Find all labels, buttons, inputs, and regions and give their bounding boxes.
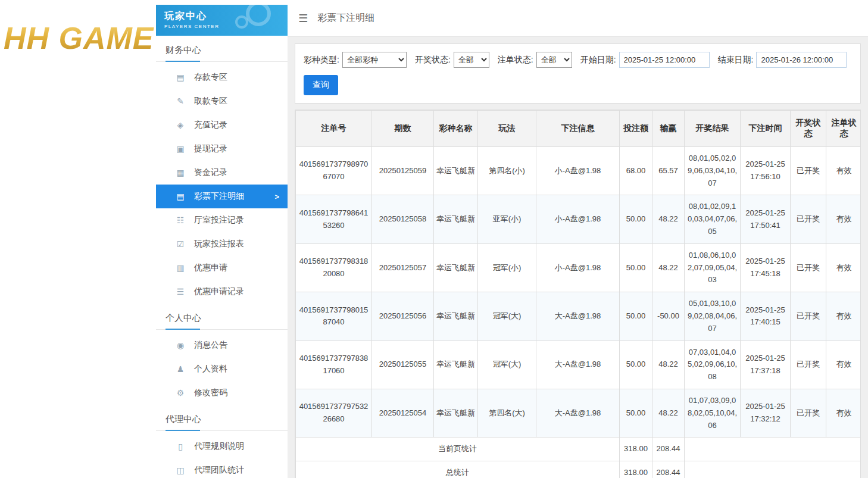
cell-win-loss: 48.22 [652,195,685,243]
sidebar-item-label: 彩票下注明细 [194,191,244,202]
sidebar-item-deposit-zone[interactable]: ▤ 存款专区 [156,65,288,89]
cell-period: 20250125058 [372,195,434,243]
cell-lottery: 幸运飞艇新 [434,389,478,437]
recharge-records-icon: ◈ [175,120,186,130]
cell-result: 01,07,03,09,08,02,05,10,04,06 [685,389,741,437]
sidebar-item-label: 充值记录 [194,120,227,130]
hamburger-menu-icon[interactable]: ☰ [298,12,308,25]
cell-result: 05,01,03,10,09,02,08,04,06,07 [685,292,741,340]
cell-play: 冠军(大) [478,292,536,340]
sidebar-item-player-bet-report[interactable]: ☑ 玩家投注报表 [156,232,288,256]
section-title-finance: 财务中心 [156,36,288,62]
agent-team-stats-icon: ◫ [175,465,186,475]
total-summary-row: 总统计 318.00 208.44 [296,461,861,478]
content: 彩种类型: 全部彩种 开奖状态: 全部 注单状态: [288,37,868,478]
promo-application-records-icon: ☰ [175,287,186,296]
sidebar-item-label: 个人资料 [194,364,227,374]
col-play: 玩法 [478,111,536,147]
cell-result: 08,01,05,02,09,06,03,04,10,07 [685,147,741,195]
end-date-input[interactable] [756,52,847,68]
cell-bet-no: 401569173779783817060 [296,340,372,389]
start-date-label: 开始日期: [580,55,616,65]
sidebar-item-messages[interactable]: ◉ 消息公告 [156,333,288,357]
total-summary-win-loss: 208.44 [652,461,685,478]
sidebar-item-promo-application[interactable]: ▥ 优惠申请 [156,256,288,280]
cell-draw-status: 已开奖 [791,340,826,389]
cell-draw-status: 已开奖 [791,292,826,340]
draw-status-select[interactable]: 全部 [454,52,489,68]
sidebar-item-withdrawal-records[interactable]: ▣ 提现记录 [156,137,288,161]
sidebar-item-agent-rules[interactable]: ▯ 代理规则说明 [156,435,288,458]
cell-period: 20250125059 [372,147,434,195]
sidebar-item-funds-records[interactable]: ▦ 资金记录 [156,161,288,185]
cell-lottery: 幸运飞艇新 [434,147,478,195]
cell-bet-no: 401569173779897067070 [296,147,372,195]
bet-status-select[interactable]: 全部 [536,52,572,68]
hall-bet-records-icon: ☷ [175,215,186,225]
cell-bet-info: 大-A盘@1.98 [536,389,620,437]
sidebar-item-profile[interactable]: ♟ 个人资料 [156,357,288,381]
funds-records-icon: ▦ [175,168,186,177]
cell-amount: 50.00 [620,243,652,292]
cell-time: 2025-01-25 17:37:18 [741,340,791,389]
total-summary-empty [685,461,861,478]
cell-play: 亚军(小) [478,195,536,243]
sidebar-item-hall-bet-records[interactable]: ☷ 厅室投注记录 [156,208,288,232]
table-row: 401569173779864153260 20250125058 幸运飞艇新 … [296,195,861,243]
sidebar-item-lottery-bet-details[interactable]: ▤ 彩票下注明细 > [156,185,288,208]
cell-time: 2025-01-25 17:40:15 [741,292,791,340]
cell-result: 01,08,06,10,02,07,09,05,04,03 [685,243,741,292]
topbar: ☰ 彩票下注明细 [288,0,868,37]
cell-time: 2025-01-25 17:56:10 [741,147,791,195]
cell-bet-info: 小-A盘@1.98 [536,147,620,195]
player-bet-report-icon: ☑ [175,239,186,249]
start-date-input[interactable] [619,52,710,68]
cell-bet-info: 大-A盘@1.98 [536,292,620,340]
sidebar-item-withdraw-zone[interactable]: ✎ 取款专区 [156,89,288,113]
query-button[interactable]: 查询 [304,75,338,95]
lottery-type-select[interactable]: 全部彩种 [342,52,407,68]
profile-icon: ♟ [175,364,186,374]
col-bet-status: 注单状态 [826,111,861,147]
draw-status-label: 开奖状态: [415,55,451,65]
deposit-icon: ▤ [175,73,186,82]
cell-play: 第四名(大) [478,389,536,437]
filter-panel: 彩种类型: 全部彩种 开奖状态: 全部 注单状态: [295,43,861,104]
players-center-title: 玩家中心 [164,10,288,23]
col-bet-info: 下注信息 [536,111,620,147]
cell-time: 2025-01-25 17:50:41 [741,195,791,243]
sidebar-item-label: 厅室投注记录 [194,215,244,226]
sidebar-item-label: 代理规则说明 [194,441,244,452]
cell-win-loss: 48.22 [652,389,685,437]
page-summary-label: 当前页统计 [296,438,620,461]
cell-period: 20250125057 [372,243,434,292]
page-summary-empty [685,438,861,461]
total-summary-amount: 318.00 [620,461,652,478]
cell-amount: 68.00 [620,147,652,195]
total-summary-label: 总统计 [296,461,620,478]
brand-area: HH GAME [0,0,156,478]
sidebar-item-change-password[interactable]: ⚙ 修改密码 [156,381,288,405]
change-password-icon: ⚙ [175,388,186,398]
cell-bet-status: 有效 [826,292,861,340]
table-row: 401569173779897067070 20250125059 幸运飞艇新 … [296,147,861,195]
cell-lottery: 幸运飞艇新 [434,243,478,292]
cell-play: 冠军(大) [478,340,536,389]
page-title: 彩票下注明细 [317,12,374,24]
sidebar-item-promo-application-records[interactable]: ☰ 优惠申请记录 [156,280,288,304]
cell-amount: 50.00 [620,340,652,389]
cell-bet-status: 有效 [826,195,861,243]
bet-details-table: 注单号 期数 彩种名称 玩法 下注信息 投注额 输赢 开奖结果 下注时间 开奖状… [295,110,861,478]
sidebar-item-recharge-records[interactable]: ◈ 充值记录 [156,113,288,137]
col-bet-time: 下注时间 [741,111,791,147]
chevron-right-icon: > [274,192,279,201]
table-row: 401569173779831820080 20250125057 幸运飞艇新 … [296,243,861,292]
sidebar-item-agent-team-stats[interactable]: ◫ 代理团队统计 [156,458,288,478]
cell-win-loss: -50.00 [652,292,685,340]
sidebar-item-label: 资金记录 [194,167,227,178]
sidebar-item-label: 代理团队统计 [194,465,244,476]
cell-lottery: 幸运飞艇新 [434,292,478,340]
cell-lottery: 幸运飞艇新 [434,340,478,389]
cell-bet-status: 有效 [826,340,861,389]
cell-bet-status: 有效 [826,389,861,437]
